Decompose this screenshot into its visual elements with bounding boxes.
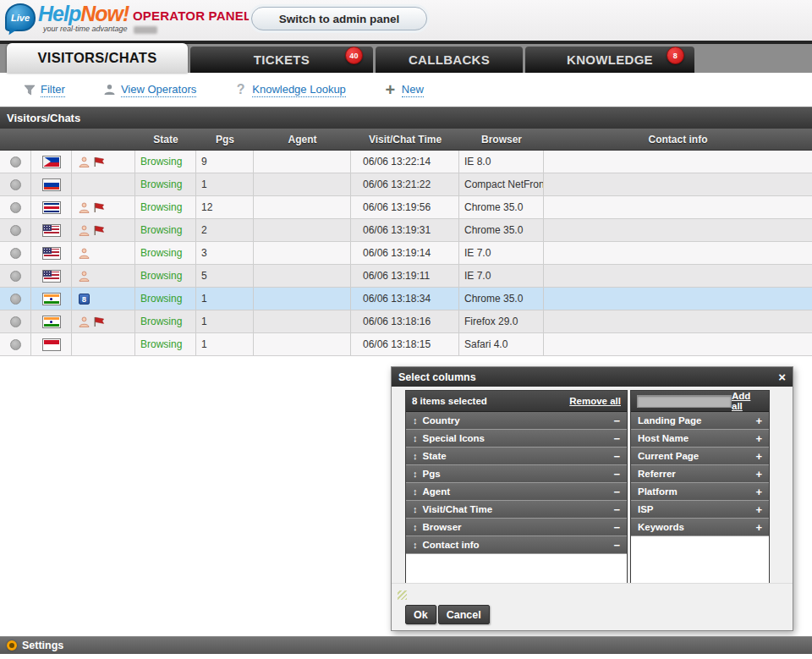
selected-list-header: 8 items selected Remove all bbox=[406, 391, 627, 412]
remove-column-icon[interactable]: − bbox=[613, 450, 620, 463]
country-flag-icon-philippines bbox=[42, 156, 61, 168]
available-column-item-referrer[interactable]: Referrer + bbox=[631, 465, 769, 483]
browser-cell: IE 7.0 bbox=[459, 242, 544, 264]
available-column-item-host-name[interactable]: Host Name + bbox=[631, 430, 769, 448]
agent-cell bbox=[254, 151, 351, 173]
notification-badge: 40 bbox=[345, 47, 363, 64]
drag-handle-icon[interactable]: ↕ bbox=[413, 469, 418, 479]
add-all-link[interactable]: Add all bbox=[732, 391, 763, 411]
drag-handle-icon[interactable]: ↕ bbox=[413, 433, 418, 443]
contact-info-cell bbox=[544, 196, 812, 218]
tab-callbacks[interactable]: CALLBACKS bbox=[376, 47, 523, 73]
row-select-radio[interactable] bbox=[10, 157, 21, 167]
selected-column-item-pgs[interactable]: ↕ Pgs − bbox=[406, 465, 627, 483]
row-select-radio[interactable] bbox=[10, 202, 21, 213]
table-row[interactable]: Browsing 5 06/06 13:19:11 IE 7.0 bbox=[0, 265, 812, 288]
tab-knowledge[interactable]: KNOWLEDGE 8 bbox=[525, 47, 694, 73]
remove-column-icon[interactable]: − bbox=[613, 521, 620, 534]
toolbar-item-view-operators[interactable]: View Operators bbox=[102, 83, 196, 97]
row-select-radio[interactable] bbox=[10, 271, 21, 282]
available-column-item-isp[interactable]: ISP + bbox=[631, 501, 769, 519]
column-header-browser: Browser bbox=[459, 134, 544, 146]
drag-handle-icon[interactable]: ↕ bbox=[413, 522, 418, 532]
remove-column-icon[interactable]: − bbox=[613, 432, 620, 445]
available-column-item-landing-page[interactable]: Landing Page + bbox=[631, 412, 769, 430]
table-row[interactable]: 8 Browsing 1 06/06 13:18:34 Chrome 35.0 bbox=[0, 288, 812, 310]
table-row[interactable]: Browsing 3 06/06 13:19:14 IE 7.0 bbox=[0, 242, 812, 265]
column-search-input[interactable] bbox=[637, 395, 732, 408]
resize-grip-icon[interactable] bbox=[398, 590, 407, 600]
selected-column-item-contact-info[interactable]: ↕ Contact info − bbox=[406, 536, 627, 554]
country-flag-icon-india bbox=[42, 293, 61, 305]
selected-column-item-agent[interactable]: ↕ Agent − bbox=[406, 483, 627, 501]
cancel-button[interactable]: Cancel bbox=[438, 605, 490, 624]
toolbar-item-label: New bbox=[402, 83, 424, 97]
drag-handle-icon[interactable]: ↕ bbox=[413, 451, 418, 461]
table-row[interactable]: Browsing 1 06/06 13:18:16 Firefox 29.0 bbox=[0, 310, 812, 333]
knowledge-lookup-icon: ? bbox=[233, 83, 248, 97]
settings-bar[interactable]: Settings bbox=[0, 636, 812, 654]
operator-panel-title: OPERATOR PANEL bbox=[133, 8, 251, 23]
tab-label: TICKETS bbox=[254, 52, 310, 67]
ok-button[interactable]: Ok bbox=[405, 605, 436, 624]
add-column-icon[interactable]: + bbox=[755, 432, 762, 445]
add-column-icon[interactable]: + bbox=[755, 486, 762, 498]
selected-column-item-browser[interactable]: ↕ Browser − bbox=[406, 519, 627, 536]
add-column-icon[interactable]: + bbox=[755, 468, 762, 481]
row-select-radio[interactable] bbox=[10, 294, 21, 305]
remove-column-icon[interactable]: − bbox=[613, 415, 620, 427]
table-row[interactable]: Browsing 2 06/06 13:19:31 Chrome 35.0 bbox=[0, 219, 812, 242]
available-column-item-current-page[interactable]: Current Page + bbox=[631, 448, 769, 465]
add-column-icon[interactable]: + bbox=[755, 521, 762, 534]
drag-handle-icon[interactable]: ↕ bbox=[413, 540, 418, 550]
available-column-item-platform[interactable]: Platform + bbox=[631, 483, 769, 501]
special-icons-cell bbox=[72, 173, 135, 195]
remove-column-icon[interactable]: − bbox=[613, 468, 620, 481]
toolbar-item-new[interactable]: + New bbox=[383, 83, 424, 97]
available-column-item-keywords[interactable]: Keywords + bbox=[631, 519, 769, 536]
logo-wordmark: HelpNow! bbox=[38, 2, 129, 25]
table-row[interactable]: Browsing 1 06/06 13:21:22 Compact NetFro… bbox=[0, 173, 812, 196]
selected-column-item-country[interactable]: ↕ Country − bbox=[406, 412, 627, 430]
remove-all-link[interactable]: Remove all bbox=[569, 396, 621, 406]
logo-bubble-icon: Live bbox=[5, 3, 36, 31]
row-select-radio[interactable] bbox=[10, 339, 21, 350]
table-row[interactable]: Browsing 12 06/06 13:19:56 Chrome 35.0 bbox=[0, 196, 812, 219]
table-row[interactable]: Browsing 1 06/06 13:18:15 Safari 4.0 bbox=[0, 333, 812, 356]
add-column-icon[interactable]: + bbox=[755, 503, 762, 516]
selected-column-item-special-icons[interactable]: ↕ Special Icons − bbox=[406, 430, 627, 448]
switch-to-admin-button[interactable]: Switch to admin panel bbox=[251, 7, 427, 30]
dialog-titlebar[interactable]: Select columns × bbox=[392, 367, 793, 387]
contact-info-cell bbox=[544, 288, 812, 310]
close-icon[interactable]: × bbox=[778, 371, 786, 383]
pages-cell: 1 bbox=[196, 310, 254, 332]
remove-column-icon[interactable]: − bbox=[613, 539, 620, 552]
drag-handle-icon[interactable]: ↕ bbox=[413, 486, 418, 497]
table-row[interactable]: Browsing 9 06/06 13:22:14 IE 8.0 bbox=[0, 151, 812, 173]
special-icons-cell bbox=[72, 196, 135, 218]
drag-handle-icon[interactable]: ↕ bbox=[413, 504, 418, 514]
add-column-icon[interactable]: + bbox=[755, 450, 762, 463]
toolbar-item-filter[interactable]: Filter bbox=[22, 83, 65, 97]
toolbar-item-knowledge-lookup[interactable]: ? Knowledge Lookup bbox=[233, 83, 346, 97]
tab-tickets[interactable]: TICKETS 40 bbox=[190, 47, 373, 73]
selected-column-item-visit-chat-time[interactable]: ↕ Visit/Chat Time − bbox=[406, 501, 627, 519]
row-select-radio[interactable] bbox=[10, 179, 21, 190]
browser-cell: Chrome 35.0 bbox=[459, 219, 544, 241]
remove-column-icon[interactable]: − bbox=[613, 503, 620, 516]
browser-cell: Firefox 29.0 bbox=[459, 310, 544, 332]
row-select-radio[interactable] bbox=[10, 316, 21, 327]
contact-info-cell bbox=[544, 333, 812, 355]
special-icons-cell bbox=[72, 242, 135, 264]
drag-handle-icon[interactable]: ↕ bbox=[413, 415, 418, 426]
row-select-radio[interactable] bbox=[10, 248, 21, 259]
pages-cell: 3 bbox=[196, 242, 254, 264]
selected-column-item-state[interactable]: ↕ State − bbox=[406, 448, 627, 465]
row-select-radio[interactable] bbox=[10, 225, 21, 236]
contact-info-cell bbox=[544, 242, 812, 264]
panel-title-label: Visitors/Chats bbox=[7, 112, 80, 124]
add-column-icon[interactable]: + bbox=[755, 415, 762, 427]
tab-visitors-chats[interactable]: VISITORS/CHATS bbox=[7, 43, 188, 73]
remove-column-icon[interactable]: − bbox=[613, 486, 620, 498]
column-header-visit-chat-time: Visit/Chat Time bbox=[351, 134, 459, 146]
